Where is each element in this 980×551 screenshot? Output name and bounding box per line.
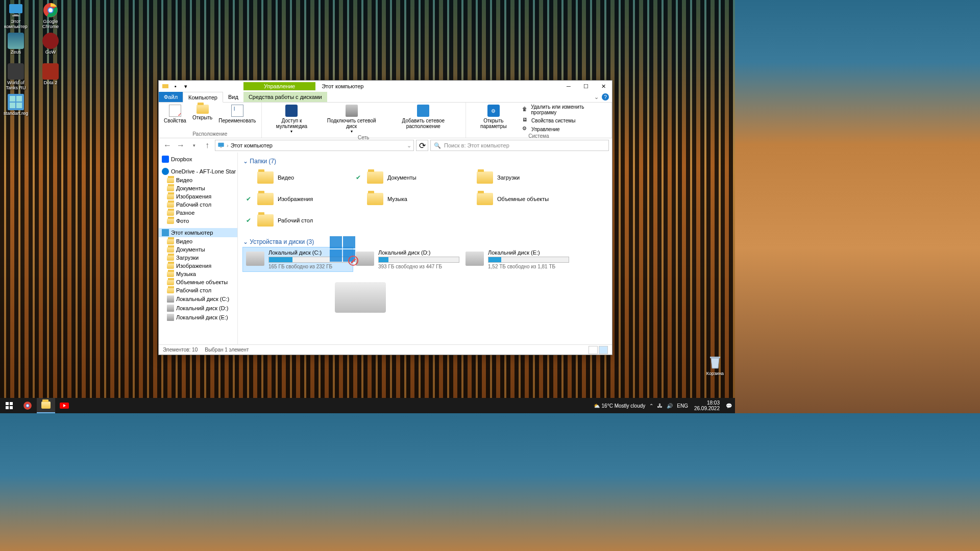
- nav-thispc-child[interactable]: Документы: [159, 245, 237, 254]
- tab-file[interactable]: Файл: [159, 92, 183, 102]
- start-button[interactable]: [0, 398, 18, 413]
- up-button[interactable]: ↑: [202, 140, 213, 151]
- taskbar-youtube[interactable]: [55, 398, 74, 413]
- taskbar-clock[interactable]: 18:03 26.09.2022: [692, 400, 722, 412]
- minimize-button[interactable]: ─: [560, 81, 577, 92]
- manage-button[interactable]: ⚙Управление: [520, 125, 608, 133]
- section-drives-header[interactable]: ⌄ Устройства и диски (3): [243, 236, 607, 247]
- folder-item[interactable]: Музыка: [353, 188, 462, 210]
- drive-item[interactable]: Локальный диск (C:)165 ГБ свободно из 23…: [243, 247, 353, 271]
- nav-onedrive[interactable]: OneDrive - AFT-Lone Star Colle: [159, 167, 237, 176]
- drive-label: Локальний диск (E:): [488, 249, 569, 256]
- view-large-button[interactable]: [599, 346, 608, 354]
- open-settings-button[interactable]: ⚙Открыть параметры: [469, 104, 518, 133]
- window-controls: ─ ☐ ✕: [560, 81, 612, 92]
- nav-thispc-child[interactable]: Объемные объекты: [159, 278, 237, 286]
- explorer-app-icon[interactable]: [161, 82, 170, 91]
- status-bar: Элементов: 10 Выбран 1 элемент: [159, 344, 612, 355]
- desktop-icon-regfile[interactable]: standart.reg: [1, 93, 31, 122]
- uninstall-program-button[interactable]: 🗑Удалить или изменить программу: [520, 104, 608, 116]
- rename-button[interactable]: IПереименовать: [216, 104, 258, 131]
- nav-onedrive-child[interactable]: Видео: [159, 176, 237, 184]
- back-button[interactable]: ←: [162, 140, 173, 151]
- view-details-button[interactable]: [589, 346, 598, 354]
- close-button[interactable]: ✕: [595, 81, 612, 92]
- drive-item[interactable]: Локальний диск (D:)393 ГБ свободно из 44…: [353, 247, 462, 271]
- desktop-icon-chrome[interactable]: Google Chrome: [36, 1, 65, 31]
- folder-item[interactable]: ✔Рабочий стол: [243, 210, 353, 231]
- folder-item[interactable]: Видео: [243, 167, 353, 188]
- volume-icon[interactable]: 🔊: [667, 403, 673, 409]
- nav-thispc-child[interactable]: Музыка: [159, 270, 237, 278]
- navigation-pane[interactable]: Dropbox OneDrive - AFT-Lone Star Colle В…: [159, 153, 238, 344]
- properties-button[interactable]: ✓Свойства: [162, 104, 188, 131]
- recent-locations-button[interactable]: ▾: [188, 140, 200, 151]
- desktop-icon-zeus[interactable]: Zeus: [1, 32, 31, 61]
- taskbar-explorer[interactable]: [37, 398, 55, 413]
- qat-properties-icon[interactable]: ▪: [171, 82, 180, 91]
- folder-item[interactable]: ✔Изображения: [243, 188, 353, 210]
- nav-thispc-child[interactable]: Видео: [159, 237, 237, 245]
- open-button[interactable]: Открыть: [190, 104, 214, 131]
- section-folders-header[interactable]: ⌄ Папки (7): [243, 156, 607, 167]
- titlebar[interactable]: ▪ ▾ Управление Этот компьютер ─ ☐ ✕: [159, 81, 612, 92]
- address-dropdown-icon[interactable]: ⌄: [407, 142, 411, 149]
- nav-thispc-child[interactable]: Загрузки: [159, 254, 237, 262]
- search-input[interactable]: 🔍 Поиск в: Этот компьютер: [430, 140, 609, 151]
- desktop-icon-wot[interactable]: World of Tanks RU: [1, 62, 31, 92]
- desktop-icon-this-pc[interactable]: Этот компьютер: [1, 1, 31, 31]
- system-properties-button[interactable]: 🖥Свойства системы: [520, 116, 608, 124]
- desktop-icon-gow[interactable]: GoW: [36, 32, 65, 61]
- quick-access-toolbar: ▪ ▾: [159, 82, 192, 91]
- tab-drive-tools[interactable]: Средства работы с дисками: [243, 92, 327, 102]
- desktop-icon-recycle-bin[interactable]: Корзина: [700, 353, 730, 383]
- nav-onedrive-child[interactable]: Изображения: [159, 192, 237, 201]
- nav-thispc-child[interactable]: Локальний диск (E:): [159, 313, 237, 322]
- nav-this-pc[interactable]: Этот компьютер: [159, 228, 237, 237]
- folder-item[interactable]: ✔Документы: [353, 167, 462, 188]
- desktop-icon-label: standart.reg: [4, 111, 28, 116]
- maximize-button[interactable]: ☐: [577, 81, 595, 92]
- help-icon[interactable]: ?: [602, 93, 609, 101]
- desktop-icon-label: GoW: [45, 50, 56, 55]
- drive-free-space: 1,52 ТБ свободно из 1,81 ТБ: [488, 264, 569, 269]
- nav-thispc-child[interactable]: Локальный диск (C:): [159, 294, 237, 304]
- sync-status-icon: ✔: [356, 174, 363, 181]
- nav-onedrive-child[interactable]: Фото: [159, 217, 237, 225]
- language-indicator[interactable]: ENG: [677, 403, 688, 409]
- tab-computer[interactable]: Компьютер: [183, 92, 223, 103]
- tab-view[interactable]: Вид: [223, 92, 243, 102]
- nav-thispc-child[interactable]: Локальний диск (D:): [159, 304, 237, 313]
- folder-item[interactable]: Загрузки: [462, 167, 572, 188]
- sync-status-icon: ✔: [246, 195, 253, 203]
- folder-item[interactable]: Объемные объекты: [462, 188, 572, 210]
- action-center-icon[interactable]: 💬: [726, 403, 732, 409]
- qat-newfolder-icon[interactable]: ▾: [181, 82, 190, 91]
- ribbon-collapse-icon[interactable]: ⌄: [594, 94, 599, 101]
- ribbon-group-network: Доступ к мультимедиа▾ Подключить сетевой…: [262, 103, 466, 138]
- forward-button[interactable]: →: [175, 140, 186, 151]
- address-bar[interactable]: › Этот компьютер ⌄: [215, 140, 414, 151]
- nav-onedrive-child[interactable]: Рабочий стол: [159, 201, 237, 209]
- desktop-icon-dota[interactable]: Dota 2: [36, 62, 65, 92]
- breadcrumb-this-pc[interactable]: Этот компьютер: [231, 142, 273, 148]
- app-icon: [42, 33, 59, 49]
- nav-thispc-child[interactable]: Рабочий стол: [159, 286, 237, 294]
- nav-onedrive-child[interactable]: Разное: [159, 209, 237, 217]
- folder-label: Видео: [278, 174, 294, 181]
- nav-dropbox[interactable]: Dropbox: [159, 155, 237, 164]
- nav-onedrive-child[interactable]: Документы: [159, 184, 237, 192]
- desktop-icon-label: Корзина: [706, 371, 724, 377]
- refresh-button[interactable]: ⟳: [416, 140, 428, 151]
- media-access-button[interactable]: Доступ к мультимедиа▾: [265, 104, 319, 135]
- weather-widget[interactable]: ⛅16°C Mostly cloudy: [594, 403, 646, 409]
- taskbar-chrome[interactable]: [18, 398, 37, 413]
- drive-item[interactable]: Локальний диск (E:)1,52 ТБ свободно из 1…: [462, 247, 572, 271]
- add-network-location-button[interactable]: Добавить сетевое расположение: [384, 104, 462, 135]
- map-drive-button[interactable]: Подключить сетевой диск▾: [321, 104, 382, 135]
- tray-overflow-icon[interactable]: ⌃: [649, 403, 653, 409]
- nav-thispc-child[interactable]: Изображения: [159, 262, 237, 270]
- network-icon[interactable]: 🖧: [657, 403, 663, 409]
- content-pane[interactable]: ⌄ Папки (7) Видео✔ДокументыЗагрузки✔Изоб…: [238, 153, 612, 344]
- system-tray: ⛅16°C Mostly cloudy ⌃ 🖧 🔊 ENG 18:03 26.0…: [594, 400, 735, 412]
